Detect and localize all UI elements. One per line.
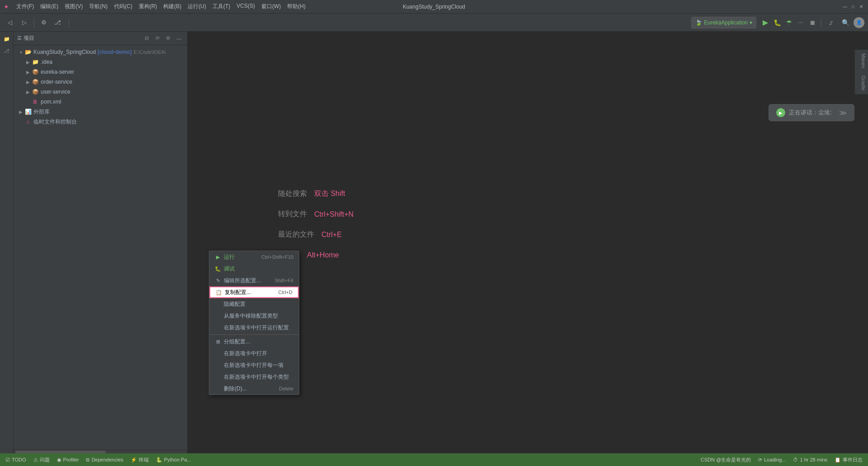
ctx-delete[interactable]: 删除(D)... Delete [209,383,299,395]
tree-user-service[interactable]: ▶ 📦 user-service [14,87,187,97]
toolbar-back[interactable]: ◁ [4,16,16,29]
user-avatar[interactable]: 👤 [854,17,864,28]
close-button[interactable]: ✕ [858,4,864,10]
ctx-edit-label: 编辑所选配置... [224,277,261,285]
notification-close[interactable]: ≫ [839,109,847,117]
tree-temp[interactable]: ▶ ⌂ 临时文件和控制台 [14,117,187,127]
toolbar-git[interactable]: ⎇ [51,16,64,29]
ctx-open-run-config[interactable]: 在新选项卡中打开运行配置 [209,322,299,333]
terminal-label: 终端 [139,456,149,463]
stop-button[interactable]: ⏹ [807,17,818,28]
run-config-label: EurekaApplication [704,19,748,26]
idea-folder-icon: 📁 [32,58,39,66]
order-module-icon: 📦 [32,78,39,86]
ctx-edit-config[interactable]: ✎ 编辑所选配置... Shift+F4 [209,275,299,286]
tree-root-path: E:\Code\IDEA\ [133,49,166,55]
libs-icon: 📊 [24,108,32,115]
menu-window[interactable]: 窗口(W) [259,2,283,11]
menu-run[interactable]: 运行(U) [185,2,209,11]
tree-root[interactable]: ▾ 📂 KuangStudy_SpringCloud [cloud-demo] … [14,47,187,57]
status-right: CSDN @生命是有光的 ⟳ Loading... ⏱ 1 hr 28 mins… [699,456,864,463]
sidebar-project-icon[interactable]: 📁 [1,33,12,44]
tree-eureka-server[interactable]: ▶ 📦 eureka-server [14,67,187,77]
tree-idea[interactable]: ▶ 📁 .idea [14,57,187,67]
csdn-label: CSDN @生命是有光的 [701,456,751,463]
ctx-open-tab-icon [215,350,221,357]
time-label: 1 hr 28 mins [800,457,827,462]
gradle-panel-tab[interactable]: Gradle [854,72,868,94]
toolbar-forward[interactable]: ▷ [18,16,31,29]
ctx-hide-config[interactable]: 隐藏配置 [209,298,299,310]
run-buttons: ▶ 🐛 ☂ ⋯ ⏹ [760,17,818,28]
status-loading[interactable]: ⟳ Loading... [756,457,788,463]
profile-button[interactable]: ⋯ [795,17,806,28]
sync-icon[interactable]: ⟳ [153,34,162,43]
ctx-open-new-tab[interactable]: 在新选项卡中打开 [209,347,299,359]
ctx-debug-icon: 🐛 [215,266,221,272]
ctx-open-tab-label: 在新选项卡中打开 [224,350,267,357]
status-bar: ☑ TODO ⚠ 问题 ◉ Profiler ⧉ Dependencies ⚡ … [0,453,868,466]
maximize-button[interactable]: □ [850,4,856,10]
menu-help[interactable]: 帮助(H) [284,2,308,11]
menu-navigate[interactable]: 导航(N) [86,2,110,11]
ctx-group[interactable]: ⊞ 分组配置... [209,336,299,347]
status-problems[interactable]: ⚠ 问题 [32,456,52,463]
menu-file[interactable]: 文件(F) [14,2,37,11]
menu-tools[interactable]: 工具(T) [210,2,233,11]
status-terminal[interactable]: ⚡ 终端 [129,456,151,463]
tree-order-service[interactable]: ▶ 📦 order-service [14,77,187,87]
tree-external-libs[interactable]: ▶ 📊 外部库 [14,107,187,117]
event-log-icon: 📋 [835,457,841,463]
maven-panel-tab[interactable]: Maven [854,50,868,72]
ctx-run[interactable]: ▶ 运行 Ctrl+Shift+F10 [209,251,299,263]
settings-icon[interactable]: ⚙ [164,34,173,43]
notification-bubble: ▶ 正在讲话：尘埃: ≫ [769,104,854,121]
ctx-copy-config[interactable]: 📋 复制配置... Ctrl+D [209,286,299,298]
menu-build[interactable]: 构建(B) [160,2,184,11]
ctx-group-label: 分组配置... [224,338,250,346]
run-button[interactable]: ▶ [760,17,771,28]
ctx-group-icon: ⊞ [215,338,221,345]
coverage-button[interactable]: ☂ [783,17,794,28]
status-python[interactable]: 🐍 Python Pa... [154,457,193,463]
ctx-remove-icon [215,313,221,319]
status-todo[interactable]: ☑ TODO [4,457,28,463]
project-scrollbar[interactable] [14,450,187,453]
status-profiler[interactable]: ◉ Profiler [55,457,81,463]
minimize-button[interactable]: — [842,4,848,10]
loading-icon: ⟳ [758,457,762,463]
ctx-open-each[interactable]: 在新选项卡中打开每一项 [209,359,299,371]
project-tree: ▾ 📂 KuangStudy_SpringCloud [cloud-demo] … [14,45,187,450]
notification-text: 正在讲话：尘埃: [789,109,832,117]
ctx-remove-config[interactable]: 从服务中移除配置类型 [209,310,299,322]
welcome-goto-shortcut: Ctrl+Shift+N [314,210,354,219]
status-time[interactable]: ⏱ 1 hr 28 mins [791,457,829,462]
menu-vcs[interactable]: VCS(S) [234,2,258,11]
menu-view[interactable]: 视图(V) [62,2,85,11]
debug-button[interactable]: 🐛 [772,17,783,28]
ctx-debug[interactable]: 🐛 调试 [209,263,299,275]
menu-edit[interactable]: 编辑(E) [38,2,61,11]
status-csdn[interactable]: CSDN @生命是有光的 [699,456,753,463]
minimize-panel-icon[interactable]: — [175,34,184,43]
tree-eureka-arrow: ▶ [24,68,32,76]
sidebar-commit-icon[interactable]: ⎇ [1,45,12,56]
toolbar-settings[interactable]: ⚙ [38,16,50,29]
welcome-row-2: 转到文件 Ctrl+Shift+N [278,209,354,219]
menu-refactor[interactable]: 重构(R) [136,2,160,11]
status-event-log[interactable]: 📋 事件日志 [833,456,864,463]
run-config-dropdown[interactable]: 🍃 EurekaApplication ▾ [691,17,756,29]
right-vertical-panel: Maven Gradle [854,50,868,94]
search-button[interactable]: 🔍 [839,16,852,29]
menu-bar[interactable]: 文件(F) 编辑(E) 视图(V) 导航(N) 代码(C) 重构(R) 构建(B… [14,2,308,11]
toolbar-sep-1 [34,18,34,27]
ctx-open-type[interactable]: 在新选项卡中打开每个类型 [209,371,299,383]
ctx-run-icon: ▶ [215,254,221,260]
status-dependencies[interactable]: ⧉ Dependencies [84,457,125,463]
ctx-delete-shortcut: Delete [279,386,293,391]
menu-code[interactable]: 代码(C) [111,2,135,11]
translate-button[interactable]: ⎎ [825,16,837,29]
collapse-all-icon[interactable]: ⊟ [142,34,151,43]
loading-label: Loading... [764,457,786,462]
tree-pom[interactable]: ▶ 🗎 pom.xml [14,97,187,107]
